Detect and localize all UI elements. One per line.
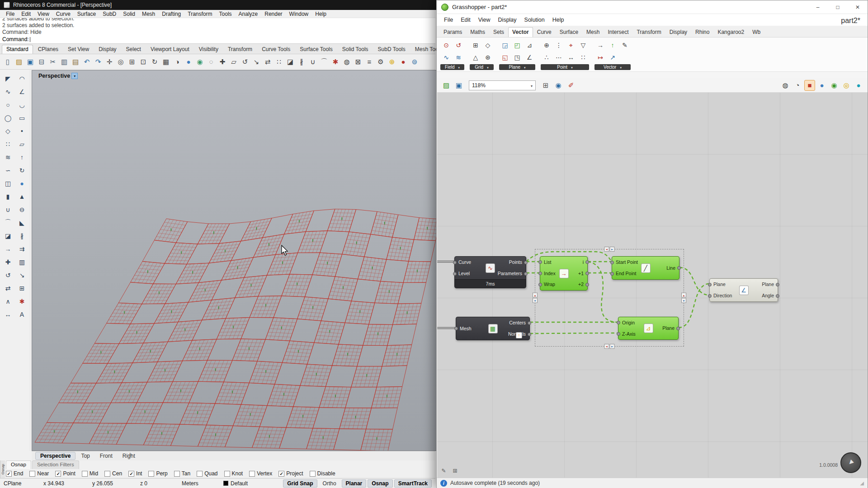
unit-x-icon[interactable]: ↦: [594, 52, 606, 63]
viewport-title[interactable]: Perspective: [38, 73, 70, 79]
scale-icon[interactable]: ↘: [251, 56, 262, 67]
fillet-icon[interactable]: ⌒: [319, 56, 330, 67]
input-socket[interactable]: [453, 272, 457, 276]
checkbox[interactable]: [6, 471, 12, 477]
lasso-select-icon[interactable]: ◠: [16, 72, 28, 84]
shaded-preview-icon[interactable]: ●: [816, 80, 827, 91]
gh-param-index[interactable]: Index: [544, 271, 556, 276]
close-button[interactable]: ✕: [848, 0, 868, 14]
vector-display-icon[interactable]: ✎: [619, 39, 631, 51]
ribbon-group-label[interactable]: Vector: [594, 64, 631, 70]
osnap-toggle[interactable]: Quad: [197, 470, 217, 477]
arc-tool-icon[interactable]: ◡: [16, 99, 28, 111]
gh-param-points[interactable]: Points: [509, 260, 522, 265]
fillet-edge-icon[interactable]: ⌒: [2, 216, 14, 229]
toolbar-tab[interactable]: Transform: [223, 45, 257, 54]
selection-handle-right[interactable]: [681, 293, 686, 303]
radial-grid-icon[interactable]: ⊛: [482, 52, 494, 63]
output-socket[interactable]: [677, 266, 681, 270]
gh-param-plane[interactable]: Plane: [662, 326, 675, 331]
checkbox[interactable]: [104, 471, 110, 477]
unit-z-icon[interactable]: ↗: [607, 52, 618, 63]
category-tab[interactable]: Transform: [632, 27, 665, 37]
menu-item[interactable]: Render: [261, 11, 285, 17]
line-charge-icon[interactable]: ∿: [440, 52, 452, 63]
selection-handle-bottom[interactable]: [604, 344, 615, 349]
rotate-view-icon[interactable]: ↻: [149, 56, 160, 67]
chevron-down-icon[interactable]: [571, 65, 573, 70]
join-tool-icon[interactable]: ∧: [2, 295, 14, 307]
input-socket[interactable]: [538, 283, 542, 286]
osnap-toggle[interactable]: Project: [278, 470, 303, 477]
align-plane-icon[interactable]: ∠: [524, 52, 535, 63]
category-tab[interactable]: Rhino: [691, 27, 713, 37]
gh-param-i[interactable]: i: [583, 260, 584, 265]
construct-point-icon[interactable]: ⊕: [541, 39, 552, 51]
osnap-toggle[interactable]: Disable: [310, 470, 335, 477]
mirror-tool-icon[interactable]: ⇄: [2, 282, 14, 294]
barycentric-icon[interactable]: ▽: [577, 39, 589, 51]
category-tab[interactable]: Vector: [508, 27, 533, 37]
gh-param-start-point[interactable]: Start Point: [616, 260, 638, 265]
category-tab[interactable]: Kangaroo2: [713, 27, 748, 37]
preview-eye-icon[interactable]: ◉: [553, 80, 564, 91]
graft-arrow-icon[interactable]: ↑: [516, 332, 522, 338]
layers-icon[interactable]: ≡: [364, 56, 375, 67]
osnap-toggle[interactable]: Cen: [104, 470, 122, 477]
numbers-to-points-icon[interactable]: ⋮: [553, 39, 565, 51]
input-socket[interactable]: [610, 261, 614, 264]
osnap-toggle[interactable]: Mid: [82, 470, 98, 477]
artistic-preview-icon[interactable]: ◎: [841, 80, 852, 91]
layer-indicator[interactable]: Default: [220, 480, 269, 487]
checkbox[interactable]: [128, 471, 134, 477]
canvas-compass-widget[interactable]: [840, 452, 861, 473]
output-socket[interactable]: [585, 272, 589, 275]
menu-item[interactable]: Mesh: [139, 11, 158, 17]
ribbon-group-label[interactable]: Point: [541, 64, 589, 70]
toolbar-tab[interactable]: Visibility: [194, 45, 223, 54]
help-icon[interactable]: ⊚: [409, 56, 420, 67]
menu-item[interactable]: Window: [286, 11, 312, 17]
save-document-icon[interactable]: ▣: [453, 80, 464, 91]
chevron-down-icon[interactable]: [487, 65, 489, 70]
tab-osnap[interactable]: Osnap: [6, 460, 31, 469]
mirror-icon[interactable]: ⇄: [262, 56, 273, 67]
osnap-panel-tab[interactable]: Osnap: [0, 460, 5, 478]
output-socket[interactable]: [528, 321, 531, 325]
point-tool-icon[interactable]: •: [16, 125, 28, 137]
category-tab[interactable]: Surface: [556, 27, 582, 37]
dimension-tool-icon[interactable]: ↔: [2, 308, 14, 320]
category-tab[interactable]: Maths: [466, 27, 489, 37]
select-tool-icon[interactable]: ◤: [2, 72, 14, 84]
menu-item[interactable]: File: [440, 16, 457, 24]
extrude-tool-icon[interactable]: ↑: [16, 151, 28, 163]
units-indicator[interactable]: Meters: [178, 480, 220, 487]
cplane-button[interactable]: CPlane: [0, 480, 40, 487]
minimize-button[interactable]: –: [808, 0, 828, 14]
menu-item[interactable]: Analyze: [236, 11, 261, 17]
toolbar-tab[interactable]: Set View: [63, 45, 94, 54]
output-socket[interactable]: [676, 327, 680, 330]
explode-icon[interactable]: ✱: [330, 56, 341, 67]
arrow-right-icon[interactable]: [610, 247, 615, 252]
input-socket[interactable]: [708, 294, 712, 298]
open-document-icon[interactable]: ▨: [441, 80, 452, 91]
cut-icon[interactable]: ✂: [47, 56, 58, 67]
menu-item[interactable]: Help: [549, 16, 568, 24]
rendered-preview-icon[interactable]: ◉: [829, 80, 840, 91]
toolbar-tab[interactable]: CPlanes: [33, 45, 63, 54]
properties-icon[interactable]: ⚙: [375, 56, 386, 67]
input-socket[interactable]: [453, 261, 457, 264]
viewport-tab[interactable]: Front: [95, 452, 117, 460]
point-charge-icon[interactable]: ⊙: [440, 39, 452, 51]
toolbar-tab[interactable]: Surface Tools: [295, 45, 337, 54]
output-socket[interactable]: [776, 283, 779, 286]
revolve-tool-icon[interactable]: ↻: [16, 164, 28, 176]
zoom-select[interactable]: 118%: [469, 80, 536, 90]
extend-tool-icon[interactable]: →: [2, 243, 14, 255]
merge-fields-icon[interactable]: ≋: [453, 52, 464, 63]
gh-canvas[interactable]: CurveLevel∿PointsParameters7msListIndexW…: [437, 93, 868, 478]
rectangular-grid-icon[interactable]: ⊞: [470, 39, 481, 51]
status-toggle[interactable]: Grid Snap: [283, 479, 317, 488]
point-groups-icon[interactable]: ∷: [577, 52, 589, 63]
